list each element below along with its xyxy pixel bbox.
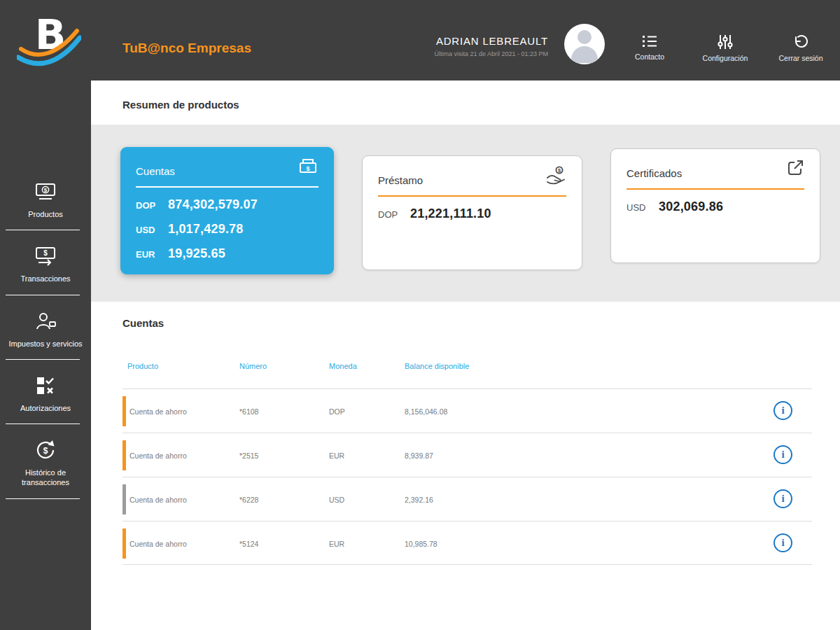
- row-status-bar: [122, 484, 126, 514]
- transfer-icon: $: [6, 243, 85, 270]
- balance-row: EUR 19,925.65: [136, 246, 318, 261]
- section-title-cuentas: Cuentas: [122, 317, 164, 329]
- table-row[interactable]: Cuenta de ahorro *6108 DOP 8,156,046.08: [122, 388, 812, 433]
- main-content: Resumen de productos Cuentas $: [91, 80, 840, 630]
- row-status-bar: [122, 528, 126, 559]
- app-header: B TuB@nco Empresas ADRIAN LEBREAULT Últi…: [0, 0, 840, 80]
- currency-code: USD: [626, 202, 659, 213]
- column-header-producto[interactable]: Producto: [127, 362, 158, 370]
- avatar-body-shape: [571, 46, 598, 63]
- section-title-resumen: Resumen de productos: [122, 99, 239, 111]
- sidebar-item-label: Impuestos y servicios: [6, 339, 85, 349]
- sidebar-item-transacciones[interactable]: $ Transacciones: [0, 230, 91, 295]
- card-divider: [626, 188, 804, 190]
- card-header: Préstamo $: [378, 166, 566, 195]
- table-row[interactable]: Cuenta de ahorro *6228 USD 2,392.16: [122, 477, 812, 521]
- card-header: Cuentas $: [136, 157, 318, 186]
- cell-product: Cuenta de ahorro: [130, 451, 187, 460]
- info-icon[interactable]: [774, 401, 792, 420]
- currency-code: DOP: [136, 200, 168, 211]
- column-header-moneda[interactable]: Moneda: [329, 362, 357, 370]
- row-status-bar: [122, 440, 126, 470]
- person-service-icon: [6, 308, 85, 335]
- info-icon[interactable]: [774, 489, 792, 508]
- settings-button[interactable]: Configuración: [697, 35, 753, 62]
- sidebar-item-autorizaciones[interactable]: Autorizaciones: [0, 360, 91, 424]
- products-summary-panel: Cuentas $ DOP 874,302,579.07 USD: [91, 125, 840, 302]
- bank-logo-icon[interactable]: B: [17, 6, 81, 76]
- column-header-balance[interactable]: Balance disponible: [405, 362, 469, 370]
- cell-number: *6108: [239, 407, 258, 416]
- prestamo-card[interactable]: Préstamo $ DOP 21,221,111.10: [362, 155, 582, 270]
- accounts-table-body: Cuenta de ahorro *6108 DOP 8,156,046.08 …: [122, 388, 812, 565]
- user-name: ADRIAN LEBREAULT: [434, 35, 548, 47]
- table-row[interactable]: Cuenta de ahorro *2515 EUR 8,939.87: [122, 433, 812, 477]
- card-divider: [378, 195, 566, 197]
- cell-number: *6228: [239, 496, 258, 504]
- banknote-icon: $: [6, 178, 85, 205]
- cell-balance: 10,985.78: [405, 540, 438, 548]
- cuentas-card[interactable]: Cuentas $ DOP 874,302,579.07 USD: [120, 147, 334, 274]
- card-divider: [136, 186, 318, 188]
- balance-row: USD 1,017,429.78: [136, 222, 318, 237]
- cell-number: *5124: [239, 540, 258, 548]
- sidebar-item-label: Transacciones: [6, 274, 85, 284]
- info-icon[interactable]: [774, 445, 792, 464]
- cell-number: *2515: [239, 451, 258, 460]
- sidebar-item-label: Productos: [6, 209, 85, 219]
- card-title: Préstamo: [378, 174, 423, 186]
- balance-amount: 19,925.65: [168, 246, 225, 261]
- currency-code: DOP: [378, 209, 410, 220]
- banking-app: B TuB@nco Empresas ADRIAN LEBREAULT Últi…: [0, 0, 840, 630]
- balance-amount: 21,221,111.10: [410, 206, 491, 221]
- sidebar-item-historico[interactable]: $ Histórico de transacciones: [0, 424, 91, 499]
- logout-label: Cerrar sesión: [778, 54, 822, 62]
- card-title: Certificados: [626, 167, 682, 179]
- info-icon[interactable]: [774, 533, 792, 552]
- external-link-icon: [786, 159, 804, 180]
- balance-amount: 302,069.86: [659, 200, 723, 214]
- avatar-head-shape: [578, 30, 592, 44]
- hand-coin-icon: $: [545, 166, 566, 188]
- svg-text:$: $: [44, 187, 48, 193]
- currency-code: USD: [136, 225, 168, 235]
- sidebar: $ Productos $ Transacciones: [0, 0, 91, 630]
- user-info: ADRIAN LEBREAULT Última visita 21 de Abr…: [434, 35, 548, 57]
- cell-currency: EUR: [329, 540, 344, 548]
- sidebar-nav: $ Productos $ Transacciones: [0, 166, 91, 499]
- cell-currency: USD: [329, 496, 344, 504]
- user-avatar[interactable]: [564, 24, 605, 64]
- settings-label: Configuración: [703, 54, 748, 62]
- header-actions: Contacto Configuración: [622, 35, 829, 62]
- logout-button[interactable]: Cerrar sesión: [773, 35, 829, 62]
- cell-balance: 8,156,046.08: [405, 407, 447, 416]
- certificados-card[interactable]: Certificados USD 302,069.86: [610, 148, 820, 263]
- contact-list-icon: [642, 35, 657, 48]
- cell-product: Cuenta de ahorro: [130, 540, 187, 548]
- history-icon: $: [6, 437, 85, 463]
- settings-sliders-icon: [718, 35, 733, 49]
- cell-currency: EUR: [329, 451, 344, 460]
- balance-row: DOP 874,302,579.07: [136, 197, 318, 212]
- cell-balance: 2,392.16: [405, 496, 433, 504]
- contact-button[interactable]: Contacto: [622, 35, 678, 62]
- cash-box-icon: $: [298, 157, 318, 178]
- checklist-icon: [6, 372, 85, 399]
- row-status-bar: [122, 396, 126, 426]
- card-title: Cuentas: [136, 165, 175, 177]
- app-title: TuB@nco Empresas: [122, 41, 251, 56]
- contact-label: Contacto: [635, 52, 664, 61]
- sidebar-item-label: Histórico de transacciones: [6, 468, 85, 488]
- balance-amount: 1,017,429.78: [168, 222, 244, 237]
- last-visit-text: Última visita 21 de Abril 2021 - 01:23 P…: [434, 50, 548, 57]
- balance-row: USD 302,069.86: [626, 200, 804, 214]
- cell-product: Cuenta de ahorro: [130, 407, 187, 416]
- sidebar-item-productos[interactable]: $ Productos: [0, 166, 91, 230]
- table-row[interactable]: Cuenta de ahorro *5124 EUR 10,985.78: [122, 521, 812, 565]
- sidebar-item-impuestos[interactable]: Impuestos y servicios: [0, 295, 91, 360]
- balance-amount: 874,302,579.07: [168, 197, 258, 212]
- cell-currency: DOP: [329, 407, 345, 416]
- logout-icon: [793, 35, 808, 49]
- column-header-numero[interactable]: Número: [239, 362, 267, 370]
- balance-row: DOP 21,221,111.10: [378, 206, 566, 221]
